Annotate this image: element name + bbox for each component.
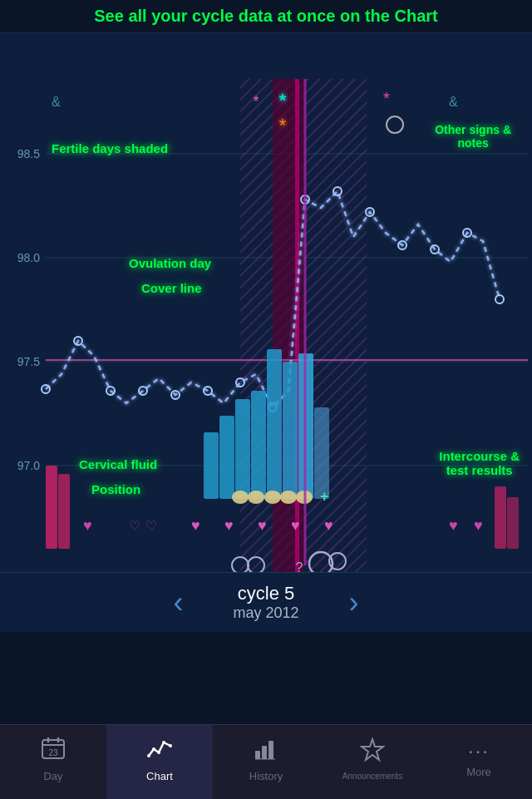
svg-rect-30 [235, 399, 250, 499]
calendar-icon: 23 [41, 736, 66, 767]
svg-point-104 [157, 751, 160, 754]
cycle-navigation: ‹ cycle 5 may 2012 › [0, 572, 532, 632]
svg-rect-107 [255, 751, 260, 759]
svg-rect-109 [268, 741, 273, 759]
svg-text:♥: ♥ [474, 517, 483, 534]
svg-text:+: + [320, 488, 329, 505]
svg-rect-32 [267, 349, 282, 499]
history-icon [254, 736, 278, 767]
svg-text:&: & [449, 95, 458, 109]
svg-rect-33 [283, 362, 298, 499]
svg-rect-37 [58, 474, 70, 549]
svg-marker-111 [362, 739, 383, 760]
svg-rect-38 [495, 486, 506, 549]
svg-text:♥: ♥ [324, 517, 333, 534]
top-banner: See all your cycle data at once on the C… [0, 0, 532, 33]
svg-point-106 [169, 744, 172, 747]
star-icon [360, 737, 385, 768]
svg-rect-36 [46, 466, 57, 549]
svg-point-57 [232, 491, 249, 504]
cycle-name: cycle 5 [233, 583, 298, 604]
tab-more[interactable]: ··· More [426, 725, 532, 799]
svg-text:97.5: 97.5 [17, 355, 40, 368]
svg-point-102 [147, 754, 150, 757]
svg-rect-108 [262, 746, 267, 759]
svg-point-105 [162, 741, 165, 744]
tab-more-label: More [466, 766, 491, 778]
svg-point-59 [264, 491, 281, 504]
svg-text:♥: ♥ [83, 517, 92, 534]
tab-chart-label: Chart [146, 770, 173, 782]
svg-point-27 [495, 295, 504, 303]
more-icon: ··· [468, 739, 490, 762]
svg-text:98.0: 98.0 [17, 251, 40, 264]
svg-point-44 [387, 116, 403, 133]
next-cycle-button[interactable]: › [349, 585, 359, 620]
svg-text:♥: ♥ [224, 517, 234, 534]
svg-text:♡: ♡ [129, 519, 140, 533]
svg-rect-39 [507, 497, 519, 549]
svg-text:23: 23 [48, 748, 58, 757]
tab-announcements-label: Announcements [342, 772, 402, 781]
svg-rect-11 [295, 79, 299, 578]
svg-text:*: * [253, 93, 259, 110]
tab-history-label: History [249, 770, 283, 782]
tab-day-label: Day [43, 770, 62, 782]
prev-cycle-button[interactable]: ‹ [173, 585, 183, 620]
svg-text:98.5: 98.5 [17, 147, 40, 160]
cycle-info: cycle 5 may 2012 [233, 583, 298, 622]
svg-text:♥: ♥ [191, 517, 200, 534]
svg-text:♥: ♥ [291, 517, 300, 534]
svg-point-103 [152, 747, 155, 751]
svg-rect-28 [204, 432, 219, 499]
chart-icon [147, 736, 172, 767]
svg-text:♥: ♥ [258, 517, 267, 534]
svg-point-58 [248, 491, 264, 504]
svg-point-60 [280, 491, 297, 504]
tab-announcements[interactable]: Announcements [319, 725, 426, 799]
tab-history[interactable]: History [213, 725, 319, 799]
tab-bar: 23 Day Chart History [0, 724, 532, 799]
svg-text:97.0: 97.0 [17, 459, 40, 472]
chart-area: 98.5 98.0 97.5 97.0 [0, 33, 532, 632]
svg-rect-29 [219, 416, 234, 499]
svg-rect-31 [251, 391, 266, 499]
svg-text:&: & [52, 95, 61, 109]
svg-text:*: * [279, 115, 287, 136]
svg-text:*: * [279, 90, 287, 111]
chart-svg: 98.5 98.0 97.5 97.0 [0, 33, 532, 632]
svg-text:♡: ♡ [145, 519, 157, 533]
svg-rect-35 [314, 407, 329, 499]
tab-chart[interactable]: Chart [106, 725, 213, 799]
svg-text:*: * [383, 89, 390, 107]
svg-text:♥: ♥ [449, 517, 458, 534]
banner-title: See all your cycle data at once on the C… [94, 7, 437, 25]
cycle-date: may 2012 [233, 604, 298, 622]
tab-day[interactable]: 23 Day [0, 725, 106, 799]
